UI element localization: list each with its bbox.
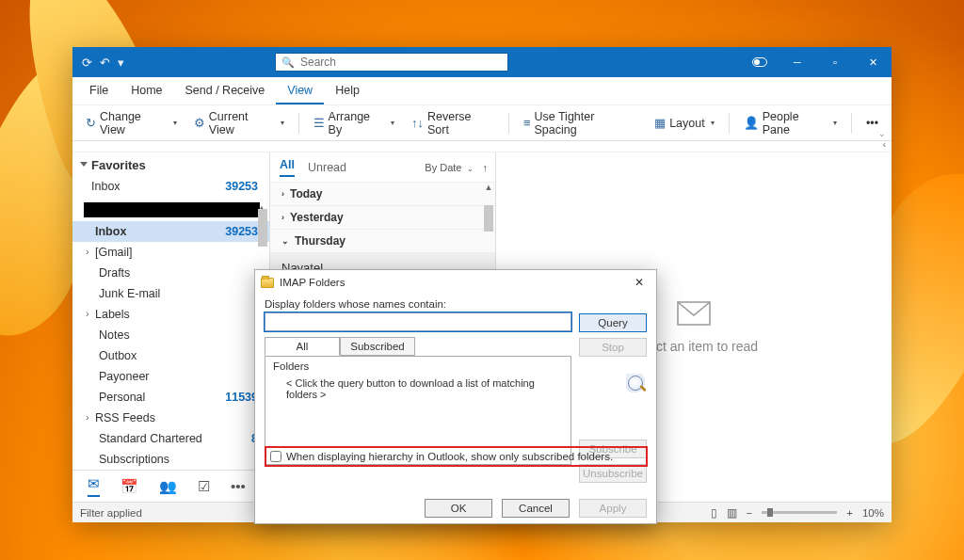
- nav-favorites-inbox[interactable]: Inbox39253: [72, 176, 269, 197]
- menu-help[interactable]: Help: [324, 77, 371, 104]
- change-view-button[interactable]: ↻Change View▾: [80, 107, 183, 139]
- nav-drafts[interactable]: Drafts: [72, 263, 269, 283]
- list-scroll-up[interactable]: ▲: [482, 183, 495, 192]
- menu-home[interactable]: Home: [120, 77, 173, 104]
- show-only-subscribed-label: When displaying hierarchy in Outlook, sh…: [286, 451, 613, 462]
- zoom-out-button[interactable]: −: [747, 507, 753, 519]
- collapse-nav-icon[interactable]: ‹: [883, 139, 886, 150]
- sync-icon[interactable]: ⟳: [82, 56, 92, 70]
- chevron-right-icon: ›: [281, 213, 284, 222]
- group-thursday[interactable]: ⌄Thursday: [270, 230, 495, 253]
- close-window-button[interactable]: ✕: [854, 47, 892, 77]
- envelope-icon: [677, 301, 711, 326]
- chevron-right-icon: ›: [281, 189, 284, 199]
- filter-label: Display folders whose names contain:: [265, 298, 647, 310]
- reverse-sort-button[interactable]: ↑↓Reverse Sort: [406, 107, 500, 139]
- folder-pane: Favorites Inbox39253 Inbox39253 [Gmail] …: [72, 152, 270, 502]
- sort-by-date[interactable]: By Date ⌄: [425, 162, 473, 173]
- people-icon: 👤: [744, 116, 759, 130]
- zoom-slider[interactable]: [762, 511, 837, 514]
- search-icon: 🔍: [281, 56, 295, 69]
- nav-payoneer[interactable]: Payoneer: [72, 366, 269, 387]
- folders-header: Folders: [273, 360, 563, 372]
- account-name-redacted: [84, 202, 260, 217]
- folders-empty-hint: < Click the query button to download a l…: [286, 377, 563, 400]
- nav-calendar-icon[interactable]: 📅: [120, 478, 138, 495]
- status-filter: Filter applied: [80, 507, 142, 519]
- view-normal-icon[interactable]: ▯: [711, 506, 717, 520]
- maximize-button[interactable]: ▫: [816, 47, 854, 77]
- layout-button[interactable]: ▦Layout▾: [649, 113, 720, 133]
- search-input[interactable]: [300, 56, 502, 69]
- sort-icon: ↑↓: [411, 116, 424, 130]
- collapse-ribbon-icon[interactable]: ⌄: [878, 129, 886, 138]
- coming-soon-toggle[interactable]: [741, 47, 779, 77]
- zoom-percent: 10%: [862, 507, 884, 519]
- tighter-spacing-button[interactable]: ≡Use Tighter Spacing: [518, 107, 643, 139]
- nav-subscriptions[interactable]: Subscriptions: [72, 449, 269, 470]
- menu-file[interactable]: File: [78, 77, 120, 104]
- undo-icon[interactable]: ↶: [100, 56, 110, 70]
- query-button[interactable]: Query: [579, 313, 647, 332]
- group-yesterday[interactable]: ›Yesterday: [270, 206, 495, 230]
- magnifier-icon: [626, 374, 647, 394]
- imap-folders-dialog: IMAP Folders ✕ Display folders whose nam…: [254, 269, 657, 524]
- tab-all[interactable]: All: [265, 337, 340, 356]
- minimize-button[interactable]: ─: [779, 47, 816, 77]
- nav-gmail[interactable]: [Gmail]: [72, 242, 269, 263]
- chevron-down-icon: ⌄: [281, 236, 289, 246]
- nav-junk[interactable]: Junk E-mail: [72, 283, 269, 304]
- unsubscribe-button: Unsubscribe: [579, 464, 647, 483]
- arrange-icon: ☰: [313, 116, 325, 130]
- qat-customize-icon[interactable]: ▾: [118, 56, 124, 70]
- stop-button: Stop: [579, 338, 647, 357]
- nav-mail-icon[interactable]: ✉: [88, 475, 100, 497]
- ok-button[interactable]: OK: [425, 499, 492, 518]
- menu-view[interactable]: View: [276, 77, 324, 104]
- nav-notes[interactable]: Notes: [72, 325, 269, 345]
- view-reading-icon[interactable]: ▥: [727, 506, 737, 520]
- arrange-by-button[interactable]: ☰Arrange By▾: [308, 107, 400, 139]
- filter-unread-tab[interactable]: Unread: [308, 161, 346, 174]
- nav-more-icon[interactable]: •••: [231, 478, 246, 494]
- sort-direction-icon[interactable]: ↑: [483, 162, 489, 173]
- nav-people-icon[interactable]: 👥: [159, 478, 177, 495]
- nav-tasks-icon[interactable]: ☑: [198, 478, 210, 495]
- nav-inbox[interactable]: Inbox39253: [72, 221, 269, 242]
- ribbon: ↻Change View▾ ⚙Current View▾ ☰Arrange By…: [72, 105, 892, 141]
- highlighted-checkbox-area: When displaying hierarchy in Outlook, sh…: [265, 446, 648, 467]
- titlebar: ⟳ ↶ ▾ 🔍 ─ ▫ ✕: [72, 47, 892, 77]
- nav-standard-chartered[interactable]: Standard Chartered8: [72, 428, 269, 449]
- favorites-header[interactable]: Favorites: [72, 152, 269, 176]
- nav-labels[interactable]: Labels: [72, 304, 269, 325]
- tab-subscribed[interactable]: Subscribed: [340, 337, 415, 356]
- nav-personal[interactable]: Personal11539: [72, 387, 269, 408]
- zoom-in-button[interactable]: +: [846, 507, 853, 519]
- filter-input[interactable]: [265, 312, 571, 331]
- current-view-button[interactable]: ⚙Current View▾: [188, 107, 290, 139]
- gear-icon: ⚙: [194, 116, 205, 130]
- show-only-subscribed-checkbox[interactable]: [270, 451, 281, 462]
- nav-module-switcher: ✉ 📅 👥 ☑ •••: [72, 470, 269, 502]
- people-pane-button[interactable]: 👤People Pane▾: [738, 107, 843, 139]
- menubar: File Home Send / Receive View Help: [72, 77, 892, 105]
- nav-scrollbar-thumb[interactable]: [258, 209, 267, 247]
- group-today[interactable]: ›Today: [270, 183, 495, 206]
- dialog-titlebar: IMAP Folders ✕: [255, 270, 656, 295]
- list-scrollbar-thumb[interactable]: [484, 205, 493, 232]
- dialog-title: IMAP Folders: [280, 277, 345, 288]
- change-view-icon: ↻: [86, 116, 96, 130]
- cancel-button[interactable]: Cancel: [502, 499, 570, 518]
- search-box[interactable]: 🔍: [275, 53, 508, 72]
- layout-icon: ▦: [654, 116, 666, 130]
- dialog-close-button[interactable]: ✕: [628, 276, 651, 289]
- menu-send-receive[interactable]: Send / Receive: [174, 77, 277, 104]
- inbox-count: 39253: [225, 180, 258, 193]
- filter-all-tab[interactable]: All: [280, 158, 295, 177]
- spacing-icon: ≡: [523, 116, 531, 130]
- nav-outbox[interactable]: Outbox: [72, 345, 269, 366]
- apply-button: Apply: [579, 499, 647, 518]
- folder-icon: [261, 278, 274, 288]
- nav-rss[interactable]: RSS Feeds: [72, 408, 269, 428]
- svg-point-1: [754, 59, 760, 65]
